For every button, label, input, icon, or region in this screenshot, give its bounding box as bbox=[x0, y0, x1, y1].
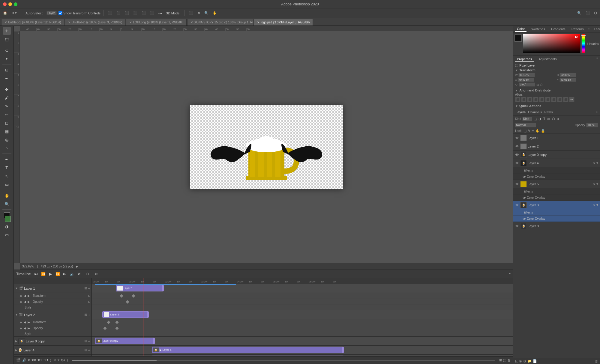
layer4-settings[interactable]: ⊞ bbox=[84, 348, 87, 352]
filter-toggle[interactable]: ● bbox=[557, 116, 560, 121]
track-layer1[interactable]: Layer 1 bbox=[92, 284, 513, 293]
clip-layer0copy[interactable]: 🍺 Layer 0 copy bbox=[95, 338, 155, 344]
zoom-tool-icon[interactable]: 🔍 bbox=[3, 200, 11, 208]
layer-item-effects5[interactable]: Effects bbox=[513, 188, 600, 195]
track-layer0copy[interactable]: 🍺 Layer 0 copy bbox=[92, 337, 513, 346]
tab-untitled1[interactable]: ✕ Untitled-1 @ 40.4% (Layer 12, RGB/8#) bbox=[1, 19, 64, 25]
clip2-end-marker[interactable] bbox=[147, 312, 148, 318]
tab-xona[interactable]: ✕ XONA STORY 15.psd @ 100% (Group 1, RGB… bbox=[187, 19, 253, 25]
clone-stamp-icon[interactable]: ✎ bbox=[3, 102, 11, 110]
layer-item-layer2[interactable]: 👁 Layer 2 bbox=[513, 142, 600, 151]
keyframe-diamond-opacity[interactable] bbox=[126, 300, 129, 303]
panel-options-icon[interactable]: ≡ bbox=[588, 28, 590, 31]
layer0copy-settings[interactable]: ⊞ bbox=[84, 339, 87, 343]
filter-smart-icon[interactable]: ⬡ bbox=[552, 117, 555, 121]
scrubber-handle[interactable] bbox=[72, 360, 157, 361]
eraser-tool-icon[interactable]: ◻ bbox=[3, 119, 11, 127]
visibility-effects5[interactable] bbox=[519, 189, 523, 194]
constrain-icon[interactable]: ⊟ bbox=[536, 83, 539, 86]
magic-wand-icon[interactable]: ✦ bbox=[3, 55, 11, 63]
visibility-coloroverlay5[interactable]: 👁 bbox=[522, 195, 526, 200]
rotate-input[interactable] bbox=[519, 82, 535, 87]
lock-artboard-icon[interactable]: ✛ bbox=[532, 129, 534, 133]
quick-mask-icon[interactable]: ◑ bbox=[3, 222, 11, 230]
layer5-expand-arrow[interactable]: ▼ bbox=[596, 182, 599, 186]
layer-item-effects4[interactable]: Effects bbox=[513, 167, 600, 174]
zoom-icon[interactable]: 🔍 bbox=[203, 10, 210, 16]
crop-tool-icon[interactable]: ⊡ bbox=[3, 66, 11, 74]
track-layer5[interactable]: ⬛ ▶ Layer 5 bbox=[92, 355, 513, 356]
keyframe-add-opacity[interactable]: ◆ bbox=[20, 300, 22, 303]
status-arrow[interactable]: ▶ bbox=[76, 265, 78, 268]
share-icon[interactable]: ⬡ bbox=[593, 10, 598, 16]
w-input[interactable] bbox=[518, 73, 535, 77]
tab-color[interactable]: Color bbox=[515, 26, 526, 32]
track-layer2[interactable]: Layer 2 bbox=[92, 310, 513, 319]
align-bottom-icon[interactable]: ⬛ bbox=[149, 10, 155, 16]
layer2-settings[interactable]: ⊞ bbox=[84, 313, 87, 317]
y-input[interactable] bbox=[560, 78, 576, 82]
layer-item-effects3[interactable]: Effects bbox=[513, 209, 600, 216]
auto-select-dropdown[interactable]: Layer Group bbox=[46, 11, 57, 15]
keyframe-diamond[interactable] bbox=[132, 294, 135, 297]
path-selection-icon[interactable]: ↖ bbox=[3, 172, 11, 180]
layer-blend-mode-select[interactable]: Normal Multiply Screen Overlay bbox=[515, 123, 536, 127]
blur-tool-icon[interactable]: ◎ bbox=[3, 136, 11, 144]
track-layer4[interactable]: 🍺 ▶ Layer 4 bbox=[92, 346, 513, 355]
background-color-swatch[interactable] bbox=[5, 216, 11, 222]
layer-item-layer3[interactable]: 👁 🍺 Layer 3 fx ▼ bbox=[513, 201, 600, 209]
layer4-expand-arrow[interactable]: ▼ bbox=[596, 161, 599, 165]
align-bottom-edge-btn[interactable]: ⬛ bbox=[545, 97, 550, 102]
tab-loih[interactable]: ✕ LOIH.png @ 100% (Layer 1, RGB/8#) bbox=[126, 19, 187, 25]
keyframe2-add-left[interactable]: ◆ bbox=[20, 321, 22, 324]
align-top-edge-btn[interactable]: ⬛ bbox=[533, 97, 538, 102]
loop-button[interactable]: ↺ bbox=[76, 271, 82, 277]
rotate-icon[interactable]: ↻ bbox=[196, 10, 201, 16]
flip-icon[interactable]: ⬡ bbox=[540, 83, 543, 86]
visibility-layer0copy[interactable]: 👁 bbox=[514, 152, 519, 157]
visibility-layer4[interactable]: 👁 bbox=[514, 161, 519, 166]
clip-layer4[interactable]: 🍺 ▶ Layer 4 bbox=[152, 347, 344, 353]
timeline-audio-icon[interactable]: 🔊 bbox=[22, 358, 26, 362]
healing-brush-icon[interactable]: ✤ bbox=[3, 85, 11, 93]
keyframe-diamond2[interactable] bbox=[115, 321, 118, 324]
layer2-expand[interactable]: ▼ bbox=[15, 313, 18, 316]
text-tool-icon[interactable]: T bbox=[3, 164, 11, 172]
layer3-expand-arrow[interactable]: ▼ bbox=[596, 203, 599, 207]
maximize-button[interactable] bbox=[14, 2, 17, 6]
layers-fx-button[interactable]: fx bbox=[515, 360, 518, 363]
align-top-icon[interactable]: ⬛ bbox=[132, 10, 139, 16]
layer0copy-expand[interactable]: ▶ bbox=[15, 339, 17, 343]
show-transform-checkbox[interactable] bbox=[58, 11, 62, 15]
timeline-add-media[interactable]: 🎬 bbox=[16, 358, 20, 362]
brush-tool-icon[interactable]: 🖌 bbox=[3, 94, 11, 102]
distribute-left-btn[interactable]: ⬛ bbox=[551, 97, 556, 102]
props-options-icon[interactable]: ≡ bbox=[596, 57, 598, 62]
transform-collapse[interactable]: ▼ bbox=[515, 69, 518, 72]
tab-swatches[interactable]: Swatches bbox=[529, 27, 547, 31]
filter-text-icon[interactable]: T bbox=[543, 117, 545, 121]
tab-logo[interactable]: ✕ logo.psd @ 373% (Layer 3, RGB/8#) bbox=[254, 19, 313, 25]
visibility-effects4[interactable] bbox=[519, 168, 523, 173]
go-start-button[interactable]: ⏮ bbox=[33, 271, 39, 277]
layers-mask-button[interactable]: ◉ bbox=[519, 359, 522, 363]
keyframe-diamond[interactable] bbox=[120, 294, 123, 297]
layers-options-icon[interactable]: ≡ bbox=[596, 111, 598, 114]
canvas-viewport[interactable] bbox=[20, 31, 513, 263]
hue-slider[interactable] bbox=[581, 35, 586, 36]
tl-bottom-new[interactable]: ⊞ bbox=[499, 358, 502, 362]
layer-item-layer0[interactable]: 👁 🍺 Layer 0 bbox=[513, 222, 600, 230]
pen-tool-icon[interactable]: ✒ bbox=[3, 155, 11, 163]
align-left-icon[interactable]: ⬛ bbox=[107, 10, 113, 16]
clip-layer5[interactable]: ⬛ ▶ Layer 5 bbox=[152, 356, 344, 356]
keyframe2-opacity[interactable]: ◆ bbox=[20, 327, 22, 330]
layer4-add[interactable]: + bbox=[88, 348, 90, 353]
keyframe-add-left[interactable]: ◆ bbox=[20, 294, 22, 297]
lock-image-icon[interactable]: ✎ bbox=[528, 129, 530, 133]
eyedropper-icon[interactable]: ✒ bbox=[3, 74, 11, 82]
layers-group-button[interactable]: 📁 bbox=[527, 359, 532, 363]
marquee-tool-icon[interactable]: ⬚ bbox=[3, 35, 11, 43]
tool-options[interactable]: ⊕ ▾ bbox=[10, 10, 18, 16]
pan-icon[interactable]: ✋ bbox=[212, 10, 218, 16]
layer-item-layer1[interactable]: 👁 Layer 1 bbox=[513, 134, 600, 142]
